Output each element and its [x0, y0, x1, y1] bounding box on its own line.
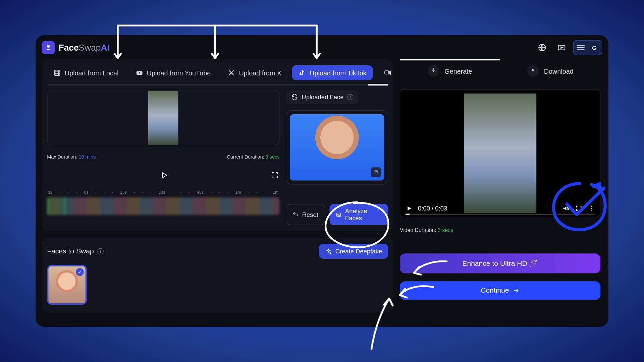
tick-label: 1m	[273, 190, 278, 195]
hamburger-icon[interactable]	[575, 43, 586, 52]
video-column: Max Duration: 10 mins Current Duration: …	[47, 90, 279, 225]
tab-label: Upload from X	[239, 69, 281, 76]
app-header: FaceSwapAI G	[42, 39, 602, 57]
button-label: Create Deepfake	[335, 248, 382, 255]
brand: FaceSwapAI	[42, 41, 109, 54]
app-window: FaceSwapAI G Upload from Loca	[36, 35, 608, 327]
play-center	[58, 171, 271, 180]
analyze-faces-button[interactable]: Analyze Faces	[329, 204, 388, 225]
player-controls: 0:00 / 0:03	[406, 204, 595, 213]
timeline-ruler: 0s ··· 0s ··· 15s ··· 30s ··· 45s ··· 1m…	[47, 190, 279, 195]
svg-rect-5	[385, 71, 389, 74]
tick-label: 1m	[235, 190, 241, 195]
tab-generate[interactable]: Generate	[400, 59, 500, 83]
play-controls	[47, 171, 279, 180]
face-column: Uploaded Face i	[286, 90, 388, 225]
svg-point-0	[47, 45, 50, 48]
button-label: Enhance to Ultra HD 🪄	[462, 260, 538, 267]
check-icon: ✓	[76, 268, 84, 276]
time-display: 0:00 / 0:03	[418, 205, 447, 212]
upload-tabs: Upload from Local Upload from YouTube Up…	[42, 65, 393, 80]
continue-button[interactable]: Continue	[400, 281, 600, 300]
user-avatar[interactable]: G	[589, 42, 600, 53]
trash-icon[interactable]	[371, 167, 381, 177]
tick-label: 0s	[48, 190, 52, 195]
create-deepfake-button[interactable]: Create Deepfake	[319, 244, 388, 259]
output-player[interactable]: 0:00 / 0:03	[400, 89, 600, 217]
video-preview[interactable]	[47, 90, 279, 145]
svg-point-7	[337, 214, 338, 215]
editor-row: Max Duration: 10 mins Current Duration: …	[42, 85, 393, 225]
undo-icon	[292, 212, 299, 218]
tick-label: 0s	[84, 190, 88, 195]
tab-upload-x[interactable]: Upload from X	[221, 65, 288, 80]
tabs-scrollbar[interactable]	[47, 84, 388, 85]
info-icon[interactable]: i	[347, 94, 353, 100]
brand-title: FaceSwapAI	[58, 43, 109, 53]
tab-label: Download	[544, 67, 574, 75]
enhance-ultra-hd-button[interactable]: Enhance to Ultra HD 🪄	[400, 253, 600, 273]
svg-point-8	[591, 206, 592, 207]
svg-point-10	[591, 210, 592, 211]
button-label: Reset	[302, 211, 318, 218]
tick-label: 15s	[120, 190, 127, 195]
image-icon	[335, 211, 341, 218]
output-tabs: Generate Download	[400, 59, 600, 83]
duration-stats: Max Duration: 10 mins Current Duration: …	[47, 154, 279, 160]
brand-logo-icon	[42, 41, 55, 54]
menu-area: G	[573, 40, 602, 55]
fullscreen-icon[interactable]	[271, 171, 279, 179]
refresh-icon	[291, 94, 298, 101]
tab-download[interactable]: Download	[500, 59, 600, 83]
video-duration-label: Video Duration: 3 secs	[400, 227, 600, 233]
video-icon[interactable]	[554, 42, 570, 53]
svg-rect-3	[55, 70, 60, 75]
header-actions: G	[534, 40, 602, 55]
output-video-frame	[464, 94, 536, 213]
max-duration: Max Duration: 10 mins	[47, 154, 96, 160]
faces-title: Faces to Swap i	[47, 247, 103, 255]
tab-use-preset[interactable]: Use Preset	[377, 65, 393, 80]
reset-button[interactable]: Reset	[286, 204, 325, 225]
sparkle-icon	[527, 65, 539, 77]
uploaded-face-image	[290, 114, 384, 181]
info-icon[interactable]: i	[97, 248, 103, 254]
tab-label: Upload from Local	[65, 69, 118, 76]
detected-face-tile[interactable]: ✓	[47, 265, 87, 305]
faces-header: Faces to Swap i Create Deepfake	[47, 244, 388, 259]
face-actions: Reset Analyze Faces	[286, 204, 388, 225]
kebab-icon[interactable]	[588, 205, 595, 212]
uploaded-face-card	[286, 110, 388, 184]
tab-upload-youtube[interactable]: Upload from YouTube	[129, 65, 217, 80]
play-icon[interactable]	[160, 171, 168, 180]
timeline-filmstrip[interactable]	[47, 197, 279, 215]
tab-upload-local[interactable]: Upload from Local	[47, 65, 125, 80]
tab-upload-tiktok[interactable]: Upload from TikTok	[292, 65, 373, 80]
tab-label: Upload from TikTok	[310, 69, 366, 76]
sparkle-icon	[325, 248, 332, 255]
arrow-right-icon	[513, 287, 520, 294]
button-label: Continue	[481, 287, 509, 295]
fullscreen-icon[interactable]	[575, 205, 582, 212]
tab-label: Upload from YouTube	[147, 69, 211, 76]
faces-to-swap-panel: Faces to Swap i Create Deepfake ✓	[42, 238, 393, 313]
upload-panel: Upload from Local Upload from YouTube Up…	[42, 59, 393, 231]
app-body: Upload from Local Upload from YouTube Up…	[42, 59, 602, 320]
svg-point-9	[591, 208, 592, 209]
volume-icon[interactable]	[562, 204, 570, 213]
globe-icon[interactable]	[534, 42, 550, 53]
pill-label: Uploaded Face	[302, 94, 343, 101]
video-thumbnail	[148, 90, 178, 144]
play-icon[interactable]	[406, 205, 413, 212]
tick-label: 45s	[197, 190, 204, 195]
tick-label: 30s	[159, 190, 165, 195]
output-panel: Generate Download 0:00 / 0:03	[400, 59, 602, 320]
tab-label: Generate	[444, 67, 472, 75]
left-column: Upload from Local Upload from YouTube Up…	[42, 59, 393, 320]
current-duration: Current Duration: 3 secs	[227, 154, 279, 160]
uploaded-face-pill: Uploaded Face i	[286, 90, 359, 104]
sparkle-icon	[428, 65, 439, 77]
progress-bar[interactable]	[406, 214, 595, 215]
right-column: Generate Download 0:00 / 0:03	[400, 59, 602, 320]
button-label: Analyze Faces	[345, 207, 382, 222]
